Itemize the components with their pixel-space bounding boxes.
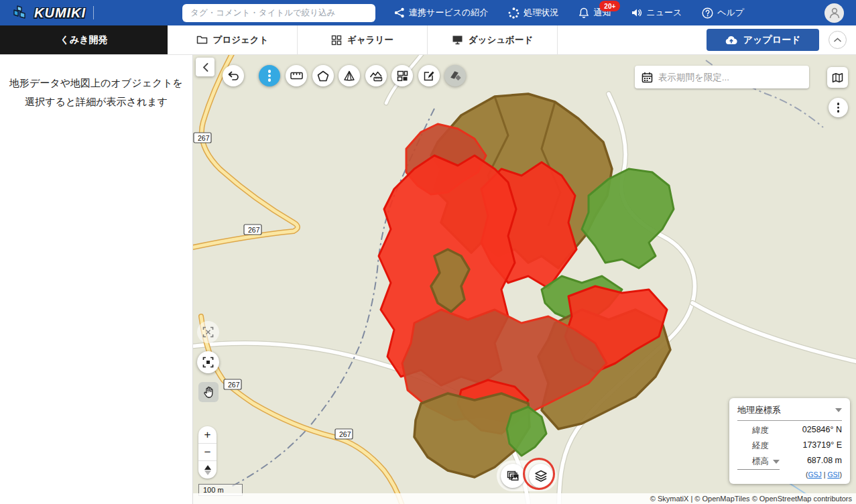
kumiki-cube-icon xyxy=(12,5,29,21)
app-root: KUMIKI 連携サービスの紹介 xyxy=(0,0,856,504)
cone-icon xyxy=(343,70,355,82)
attribution-text: © SkymatiX | © OpenMapTiles © OpenStreet… xyxy=(650,495,852,503)
nav-link-processing[interactable]: 処理状況 xyxy=(508,7,558,19)
paren-close: ) xyxy=(840,470,843,479)
volume-tool-button[interactable] xyxy=(339,65,360,86)
avatar[interactable] xyxy=(824,3,844,23)
date-filter-input[interactable] xyxy=(658,72,802,82)
global-search xyxy=(182,4,375,22)
latitude-row: 緯度 025846° N xyxy=(737,425,842,436)
undo-arrow-icon xyxy=(227,70,239,81)
logo-text: KUMIKI xyxy=(34,5,86,21)
nav-link-services[interactable]: 連携サービスの紹介 xyxy=(394,7,488,19)
calendar-icon xyxy=(641,72,653,83)
compass-icon xyxy=(204,465,211,475)
layers-button[interactable] xyxy=(529,464,553,488)
edit-tool-button[interactable] xyxy=(418,65,440,86)
coordinate-system-select[interactable]: 地理座標系 xyxy=(737,404,842,421)
ruler-icon xyxy=(290,72,303,80)
collapse-panel-button[interactable] xyxy=(829,31,847,49)
details-sidebar: 地形データや地図上のオブジェクトを選択すると詳細が表示されます xyxy=(0,55,193,504)
pan-hand-tool-button[interactable] xyxy=(198,382,219,402)
elevation-label: 標高 xyxy=(752,456,769,467)
hand-icon xyxy=(203,386,215,398)
person-icon xyxy=(828,6,841,19)
eraser-tool-button-disabled xyxy=(444,65,466,86)
nav-link-notifications[interactable]: 通知 20+ xyxy=(578,7,611,19)
gsi-link[interactable]: GSI xyxy=(827,470,839,479)
road-shield: 267 xyxy=(244,225,261,235)
content-area: 地形データや地図上のオブジェクトを選択すると詳細が表示されます xyxy=(0,55,856,504)
nav-link-label: ヘルプ xyxy=(717,7,744,19)
focus-frame-icon xyxy=(202,357,214,368)
layout-tool-button[interactable] xyxy=(391,65,413,86)
zoom-out-button[interactable]: − xyxy=(198,444,217,461)
nav-link-help[interactable]: ヘルプ xyxy=(702,7,744,19)
layers-icon xyxy=(534,470,548,483)
ruler-tool-button[interactable] xyxy=(286,65,307,86)
logo[interactable]: KUMIKI xyxy=(0,5,103,21)
processing-spinner-icon xyxy=(508,7,519,19)
vertical-dots-icon xyxy=(837,102,840,114)
road-shield: 267 xyxy=(224,379,241,389)
more-tools-button-active[interactable] xyxy=(259,65,280,86)
help-icon xyxy=(702,7,713,19)
upload-button[interactable]: アップロード xyxy=(707,29,819,51)
sidebar-collapse-button[interactable] xyxy=(196,58,215,76)
date-filter xyxy=(635,66,809,88)
tab-label: ギャラリー xyxy=(347,34,393,46)
road-shield: 267 xyxy=(335,429,353,439)
edit-pencil-icon xyxy=(423,70,435,82)
fit-bounds-button-disabled xyxy=(197,321,219,343)
tab-workspace-active[interactable]: くみき開発 xyxy=(0,25,168,54)
coordinate-system-label: 地理座標系 xyxy=(737,404,781,416)
logo-separator xyxy=(93,6,94,19)
terrain-ruler-icon xyxy=(369,70,383,82)
polygon-tool-button[interactable] xyxy=(312,65,334,86)
map-viewport[interactable]: 267 267 267 267 xyxy=(193,55,856,504)
road-shield-label: 267 xyxy=(248,226,260,234)
expand-corners-icon xyxy=(202,326,214,338)
imagery-button[interactable] xyxy=(501,464,525,488)
layer-switcher xyxy=(497,460,557,491)
chevron-left-icon xyxy=(202,63,208,72)
nav-link-news[interactable]: ニュース xyxy=(631,7,682,19)
upload-label: アップロード xyxy=(743,34,801,46)
longitude-label: 経度 xyxy=(737,440,769,452)
nav-links: 連携サービスの紹介 処理状況 通知 20+ xyxy=(394,7,744,19)
tab-gallery[interactable]: ギャラリー xyxy=(298,25,428,54)
monitor-icon xyxy=(452,35,463,45)
map-options-button[interactable] xyxy=(829,98,848,117)
grid-icon xyxy=(331,35,342,46)
elevation-select[interactable]: 標高 xyxy=(737,456,780,470)
zoom-control: + − xyxy=(198,426,217,479)
road-shield-label: 267 xyxy=(228,381,240,389)
layout-grid-icon xyxy=(397,70,408,82)
folder-icon xyxy=(196,35,208,45)
nav-link-label: 処理状況 xyxy=(524,7,558,19)
vertical-dots-icon xyxy=(268,68,271,83)
zoom-out-label: − xyxy=(204,446,211,459)
elevation-row: 標高 687.08 m xyxy=(737,456,842,470)
gsj-link[interactable]: GSJ xyxy=(808,470,821,479)
focus-frame-button[interactable] xyxy=(197,351,219,373)
chevron-down-icon xyxy=(835,408,842,412)
eraser-icon xyxy=(449,70,461,81)
top-navbar: KUMIKI 連携サービスの紹介 xyxy=(0,0,856,25)
basemap-style-button[interactable] xyxy=(827,67,848,88)
undo-tool-button[interactable] xyxy=(223,65,244,86)
terrain-measure-tool-button[interactable] xyxy=(365,65,387,86)
compass-button[interactable] xyxy=(198,461,217,479)
search-input[interactable] xyxy=(182,4,375,22)
road-shield-label: 267 xyxy=(198,134,210,142)
notification-badge: 20+ xyxy=(599,1,620,11)
road-shield-label: 267 xyxy=(339,430,351,438)
road-shield: 267 xyxy=(194,133,211,143)
tab-dashboard[interactable]: ダッシュボード xyxy=(428,25,558,54)
latitude-value: 025846° N xyxy=(802,425,842,436)
speaker-icon xyxy=(631,7,642,18)
zoom-in-button[interactable]: + xyxy=(198,426,217,444)
tabbar-spacer xyxy=(558,25,707,54)
bell-icon xyxy=(578,7,589,19)
tab-projects[interactable]: プロジェクト xyxy=(168,25,298,54)
